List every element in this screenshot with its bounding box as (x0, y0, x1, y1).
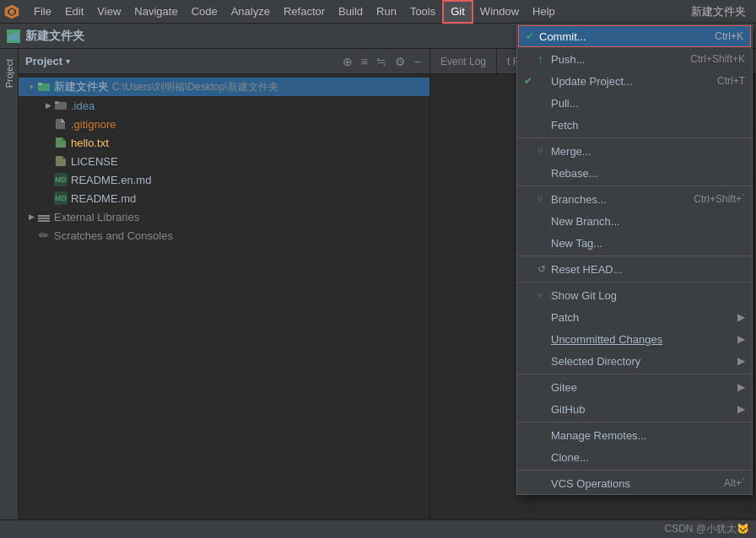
tree-icon-license (54, 154, 68, 168)
menu-item-reset-head[interactable]: ↺ Reset HEAD... (517, 258, 752, 280)
manage-remotes-label: Manage Remotes... (551, 429, 745, 442)
menu-item-new-tag[interactable]: New Tag... (517, 232, 752, 254)
menu-view[interactable]: View (90, 0, 127, 24)
menu-item-show-git-log[interactable]: ⑂ Show Git Log (517, 284, 752, 306)
push-icon: ↑ (537, 52, 551, 66)
vcs-ops-label: VCS Operations (551, 477, 710, 490)
update-label: Update Project... (551, 75, 704, 88)
tree-label-ext-libs: External Libraries (54, 211, 139, 223)
tree-item-ext-libs[interactable]: ▶ External Libraries (19, 207, 429, 226)
github-arrow-icon: ▶ (737, 403, 745, 415)
panel-close-icon[interactable]: − (413, 53, 423, 70)
panel-header: Project ▾ ⊕ ≡ ≒ ⚙ − (19, 49, 429, 74)
tree-item-hello[interactable]: ▶ hello.txt (19, 133, 429, 152)
menu-item-rebase[interactable]: Rebase... (517, 162, 752, 184)
update-check: ✔ (524, 75, 537, 87)
svg-marker-13 (62, 137, 66, 141)
panel-add-icon[interactable]: ⊕ (341, 53, 354, 70)
selected-dir-label: Selected Directory (551, 355, 734, 368)
menu-item-merge[interactable]: ⑂ Merge... (517, 140, 752, 162)
menu-edit[interactable]: Edit (58, 0, 90, 24)
menu-file[interactable]: File (27, 0, 58, 24)
sep-2 (517, 186, 752, 186)
tree-item-readme-en[interactable]: ▶ MD README.en.md (19, 170, 429, 189)
tree-item-idea[interactable]: ▶ .idea (19, 96, 429, 115)
menu-window[interactable]: Window (473, 0, 526, 24)
tree-icon-readme: MD (54, 191, 68, 205)
menu-refactor[interactable]: Refactor (277, 0, 332, 24)
sep-5 (517, 374, 752, 374)
menu-item-pull[interactable]: Pull... (517, 92, 752, 114)
tree-icon-root (37, 80, 51, 94)
update-shortcut: Ctrl+T (717, 75, 745, 87)
sep-7 (517, 470, 752, 471)
patch-label: Patch (551, 311, 734, 324)
menu-item-manage-remotes[interactable]: Manage Remotes... (517, 424, 752, 446)
menu-item-selected-dir[interactable]: Selected Directory ▶ (517, 350, 752, 372)
tree-label-readme-en: README.en.md (71, 174, 151, 186)
menu-item-push[interactable]: ↑ Push... Ctrl+Shift+K (517, 48, 752, 70)
gitee-arrow-icon: ▶ (737, 381, 745, 393)
tree-icon-hello (54, 136, 68, 149)
tree-item-gitignore[interactable]: ▶ .gitignore (19, 115, 429, 133)
github-label: GitHub (551, 403, 734, 416)
panel-dropdown-arrow[interactable]: ▾ (66, 56, 70, 66)
tree-icon-gitignore (54, 117, 68, 131)
menu-item-github[interactable]: GitHub ▶ (517, 398, 752, 420)
project-icon (7, 30, 20, 43)
panel-collapse-icon[interactable]: ≡ (359, 53, 370, 70)
merge-label: Merge... (551, 145, 745, 158)
tab-event-log[interactable]: Event Log (430, 49, 497, 73)
patch-arrow-icon: ▶ (737, 311, 745, 323)
menu-item-uncommitted[interactable]: Uncommitted Changes ▶ (517, 328, 752, 350)
menu-item-fetch[interactable]: Fetch (517, 114, 752, 136)
tree-label-idea: .idea (71, 100, 94, 112)
tree-icon-readme-en: MD (54, 173, 68, 186)
menu-git[interactable]: Git (442, 0, 473, 24)
menu-code[interactable]: Code (185, 0, 224, 24)
menu-item-branches[interactable]: ⑂ Branches... Ctrl+Shift+` (517, 188, 752, 210)
menu-run[interactable]: Run (370, 0, 403, 24)
project-panel: Project ▾ ⊕ ≡ ≒ ⚙ − ▾ 新建文件夹 C:\Users\刘明福… (19, 49, 430, 538)
menu-analyze[interactable]: Analyze (224, 0, 277, 24)
reset-head-label: Reset HEAD... (551, 263, 745, 276)
merge-icon: ⑂ (537, 145, 551, 157)
panel-settings-icon[interactable]: ⚙ (393, 53, 408, 70)
clone-label: Clone... (551, 451, 745, 464)
app-logo (3, 3, 20, 20)
svg-marker-11 (62, 119, 65, 122)
svg-rect-8 (55, 101, 59, 104)
menu-help[interactable]: Help (526, 0, 562, 24)
menu-item-vcs-ops[interactable]: VCS Operations Alt+` (517, 472, 752, 494)
menu-item-gitee[interactable]: Gitee ▶ (517, 376, 752, 398)
panel-title: Project (25, 55, 62, 67)
sidebar-tab-project[interactable]: Project (3, 52, 16, 94)
statusbar: CSDN @小犹太🐱 (0, 519, 756, 538)
menu-navigate[interactable]: Navigate (127, 0, 184, 24)
svg-marker-14 (56, 156, 66, 166)
push-label: Push... (551, 53, 677, 66)
svg-rect-6 (38, 83, 42, 85)
menu-item-commit[interactable]: ✔ Commit... Ctrl+K (518, 25, 751, 47)
menu-tools[interactable]: Tools (403, 0, 442, 24)
menu-item-update[interactable]: ✔ Update Project... Ctrl+T (517, 70, 752, 92)
menubar: File Edit View Navigate Code Analyze Ref… (0, 0, 756, 24)
panel-expand-icon[interactable]: ≒ (375, 53, 388, 70)
tree-item-license[interactable]: ▶ LICENSE (19, 152, 429, 170)
svg-rect-4 (8, 33, 13, 35)
menu-item-clone[interactable]: Clone... (517, 446, 752, 468)
show-git-log-icon: ⑂ (537, 290, 551, 300)
tree-item-scratches[interactable]: ▶ ✏ Scratches and Consoles (19, 226, 429, 245)
commit-check-icon: ✔ (526, 30, 539, 42)
menu-item-patch[interactable]: Patch ▶ (517, 306, 752, 328)
tree-label-gitignore: .gitignore (71, 118, 116, 131)
branches-label: Branches... (551, 193, 680, 206)
git-menu: ✔ Commit... Ctrl+K ↑ Push... Ctrl+Shift+… (516, 24, 753, 495)
tree-label-license: LICENSE (71, 155, 118, 168)
tree-arrow-ext-libs: ▶ (25, 211, 37, 223)
tree-item-readme[interactable]: ▶ MD README.md (19, 189, 429, 207)
tree-item-root[interactable]: ▾ 新建文件夹 C:\Users\刘明福\Desktop\新建文件夹 (19, 78, 429, 96)
menu-build[interactable]: Build (332, 0, 370, 24)
sep-1 (517, 137, 752, 138)
menu-item-new-branch[interactable]: New Branch... (517, 210, 752, 232)
